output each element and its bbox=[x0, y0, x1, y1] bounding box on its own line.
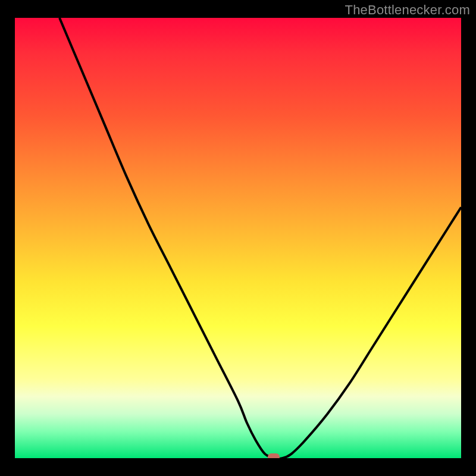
minimum-marker bbox=[268, 453, 280, 458]
attribution-text: TheBottlenecker.com bbox=[345, 2, 470, 18]
chart-frame: TheBottlenecker.com bbox=[0, 0, 476, 476]
plot-area bbox=[15, 18, 461, 458]
curve-svg bbox=[15, 18, 461, 458]
bottleneck-curve-path bbox=[60, 18, 461, 458]
